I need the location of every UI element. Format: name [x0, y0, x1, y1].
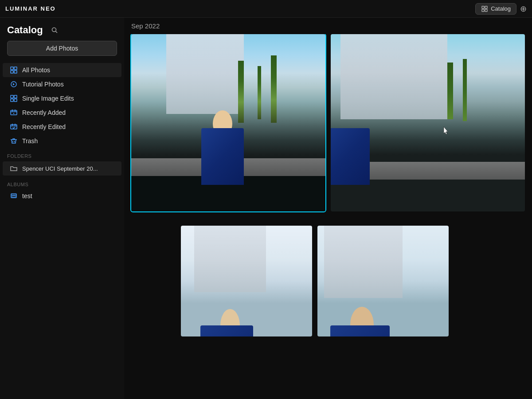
- photo-thumbnail-4[interactable]: [317, 226, 449, 336]
- photo-grid: [124, 34, 532, 399]
- sidebar-item-all-photos[interactable]: All Photos: [3, 63, 121, 77]
- content-area: Sep 2022: [124, 18, 532, 399]
- svg-rect-11: [11, 95, 13, 98]
- topbar-right: Catalog ⊕: [475, 3, 527, 15]
- single-image-edits-label: Single Image Edits: [22, 95, 74, 102]
- svg-line-5: [55, 31, 57, 33]
- catalog-nav-icon: [10, 66, 18, 74]
- album-test[interactable]: test: [3, 189, 121, 203]
- svg-rect-13: [11, 99, 13, 102]
- photo-thumbnail-2[interactable]: [331, 34, 525, 211]
- photo-row-2: [131, 226, 525, 336]
- recently-edited-icon: [10, 123, 18, 131]
- svg-rect-6: [11, 67, 13, 70]
- photo-render-4: [317, 226, 449, 336]
- topbar: LUMINAR NEO Catalog ⊕: [0, 0, 532, 18]
- folder-spencer-uci[interactable]: Spencer UCI September 20...: [3, 161, 121, 176]
- sidebar-item-trash[interactable]: Trash: [3, 134, 121, 148]
- main-layout: Catalog Add Photos All Photos: [0, 18, 532, 399]
- catalog-icon: [481, 5, 488, 12]
- album-test-label: test: [22, 192, 32, 200]
- svg-rect-3: [485, 9, 487, 12]
- sidebar-title: Catalog: [7, 24, 43, 36]
- all-photos-label: All Photos: [22, 66, 50, 74]
- svg-point-4: [52, 28, 56, 32]
- catalog-label: Catalog: [491, 5, 511, 12]
- app-logo: LUMINAR NEO: [5, 5, 56, 12]
- photo-render-2: [331, 34, 525, 211]
- svg-rect-1: [485, 6, 487, 8]
- folder-label: Spencer UCI September 20...: [22, 165, 98, 172]
- recently-added-icon: [10, 109, 18, 117]
- photo-row-1: [131, 34, 525, 211]
- recently-edited-label: Recently Edited: [22, 123, 66, 130]
- search-button[interactable]: [48, 24, 61, 36]
- trash-icon: [10, 137, 18, 145]
- sidebar-header: Catalog: [0, 18, 124, 41]
- sidebar: Catalog Add Photos All Photos: [0, 18, 124, 399]
- row2-spacer: [131, 226, 176, 336]
- single-image-icon: [10, 94, 18, 102]
- svg-rect-0: [482, 6, 484, 8]
- sidebar-item-recently-edited[interactable]: Recently Edited: [3, 120, 121, 134]
- photo-render-1: [131, 34, 325, 211]
- sidebar-item-tutorial-photos[interactable]: Tutorial Photos: [3, 77, 121, 91]
- svg-rect-12: [14, 95, 17, 98]
- svg-rect-30: [12, 196, 16, 197]
- catalog-button[interactable]: Catalog: [475, 3, 516, 15]
- add-photos-button[interactable]: Add Photos: [7, 41, 117, 56]
- date-header: Sep 2022: [124, 18, 532, 34]
- folder-icon: [10, 164, 18, 172]
- svg-rect-2: [482, 9, 484, 12]
- tutorial-photos-label: Tutorial Photos: [22, 81, 64, 88]
- sidebar-item-recently-added[interactable]: Recently Added: [3, 106, 121, 120]
- svg-rect-7: [14, 67, 17, 70]
- svg-rect-14: [14, 99, 17, 102]
- photo-thumbnail-3[interactable]: [181, 226, 312, 336]
- recently-added-label: Recently Added: [22, 109, 66, 116]
- album-icon: [10, 192, 18, 200]
- tutorial-icon: [10, 80, 18, 88]
- svg-rect-8: [11, 70, 13, 73]
- svg-rect-15: [11, 110, 17, 115]
- extensions-icon[interactable]: ⊕: [520, 4, 527, 14]
- trash-label: Trash: [22, 137, 38, 145]
- photo-thumbnail-1[interactable]: [131, 34, 325, 211]
- photo-render-3: [181, 226, 312, 336]
- folders-label: Folders: [0, 148, 124, 160]
- albums-label: Albums: [0, 176, 124, 189]
- svg-rect-9: [14, 70, 17, 73]
- sidebar-item-single-image-edits[interactable]: Single Image Edits: [3, 91, 121, 106]
